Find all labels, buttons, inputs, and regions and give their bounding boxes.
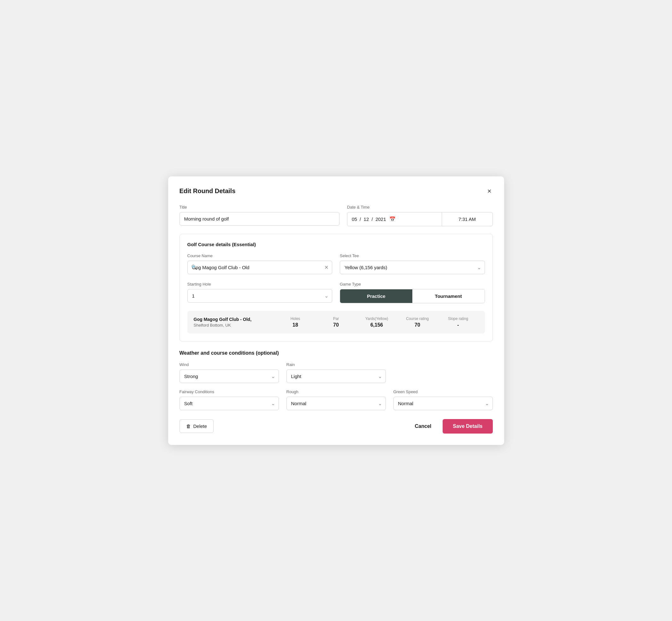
delete-label: Delete (194, 423, 207, 429)
game-type-toggle: Practice Tournament (340, 289, 485, 303)
starting-hole-wrapper: 1 ⌄ (187, 289, 333, 303)
slope-rating-stat: Slope rating - (438, 317, 478, 328)
wind-group: Wind Strong ⌄ (179, 362, 279, 383)
green-speed-dropdown[interactable]: Normal (393, 397, 493, 410)
time-text: 7:31 AM (458, 216, 476, 222)
par-label: Par (333, 317, 339, 321)
rough-label: Rough (287, 389, 386, 394)
footer-right: Cancel Save Details (409, 419, 493, 433)
course-name-wrapper: 🔍 ✕ (187, 261, 333, 274)
modal-title: Edit Round Details (179, 188, 236, 195)
fairway-group: Fairway Conditions Soft ⌄ (179, 389, 279, 410)
trash-icon: 🗑 (186, 423, 191, 429)
green-speed-group: Green Speed Normal ⌄ (393, 389, 493, 410)
starting-hole-label: Starting Hole (187, 282, 333, 287)
starting-hole-group: Starting Hole 1 ⌄ (187, 282, 333, 303)
fairway-dropdown[interactable]: Soft (179, 397, 279, 410)
select-tee-wrapper: Yellow (6,156 yards) ⌄ (340, 261, 485, 274)
yards-value: 6,156 (370, 322, 383, 328)
golf-course-section: Golf Course details (Essential) Course N… (179, 234, 493, 341)
select-tee-group: Select Tee Yellow (6,156 yards) ⌄ (340, 253, 485, 274)
course-info-box: Gog Magog Golf Club - Old, Shelford Bott… (187, 311, 485, 334)
rain-group: Rain Light ⌄ (287, 362, 386, 383)
calendar-icon: 📅 (389, 216, 395, 222)
datetime-group: Date & Time 05 / 12 / 2021 📅 7:31 AM (347, 205, 493, 226)
cancel-button[interactable]: Cancel (409, 420, 437, 433)
rough-wrapper: Normal ⌄ (287, 397, 386, 410)
search-icon: 🔍 (191, 264, 197, 270)
select-tee-label: Select Tee (340, 253, 485, 258)
close-button[interactable]: × (486, 187, 493, 196)
clear-icon[interactable]: ✕ (324, 264, 328, 271)
date-part[interactable]: 05 / 12 / 2021 📅 (347, 212, 442, 226)
course-info-name: Gog Magog Golf Club - Old, (194, 317, 275, 322)
starting-hole-dropdown[interactable]: 1 (187, 289, 333, 303)
course-name-block: Gog Magog Golf Club - Old, Shelford Bott… (194, 317, 275, 328)
rain-dropdown[interactable]: Light (287, 370, 386, 383)
conditions-section: Weather and course conditions (optional)… (179, 350, 493, 410)
holes-label: Holes (291, 317, 300, 321)
course-rating-label: Course rating (406, 317, 429, 321)
tournament-toggle-btn[interactable]: Tournament (412, 289, 485, 303)
yards-stat: Yards(Yellow) 6,156 (356, 317, 397, 328)
fairway-label: Fairway Conditions (179, 389, 279, 394)
slope-rating-value: - (457, 322, 459, 328)
datetime-label: Date & Time (347, 205, 493, 210)
fairway-rough-green-row: Fairway Conditions Soft ⌄ Rough Normal ⌄ (179, 389, 493, 410)
course-name-input[interactable] (187, 261, 333, 274)
title-input[interactable] (179, 212, 340, 225)
delete-button[interactable]: 🗑 Delete (179, 419, 214, 433)
green-speed-label: Green Speed (393, 389, 493, 394)
par-value: 70 (333, 322, 339, 328)
title-group: Title (179, 205, 340, 226)
course-name-group: Course Name 🔍 ✕ (187, 253, 333, 274)
rain-label: Rain (287, 362, 386, 367)
yards-label: Yards(Yellow) (365, 317, 388, 321)
course-tee-row: Course Name 🔍 ✕ Select Tee Yellow (6,156… (187, 253, 485, 274)
fairway-wrapper: Soft ⌄ (179, 397, 279, 410)
slope-rating-label: Slope rating (448, 317, 468, 321)
golf-course-title: Golf Course details (Essential) (187, 242, 485, 247)
wind-label: Wind (179, 362, 279, 367)
course-rating-value: 70 (415, 322, 420, 328)
rough-group: Rough Normal ⌄ (287, 389, 386, 410)
practice-toggle-btn[interactable]: Practice (340, 289, 412, 303)
wind-wrapper: Strong ⌄ (179, 370, 279, 383)
title-datetime-row: Title Date & Time 05 / 12 / 2021 📅 7 (179, 205, 493, 226)
par-stat: Par 70 (316, 317, 356, 328)
game-type-group: Game Type Practice Tournament (340, 282, 485, 303)
game-type-label: Game Type (340, 282, 485, 287)
holes-stat: Holes 18 (275, 317, 316, 328)
date-text: 05 / 12 / 2021 (352, 216, 386, 222)
time-part[interactable]: 7:31 AM (442, 212, 493, 226)
save-button[interactable]: Save Details (443, 419, 493, 433)
title-label: Title (179, 205, 340, 210)
date-time-field: 05 / 12 / 2021 📅 7:31 AM (347, 212, 493, 226)
rough-dropdown[interactable]: Normal (287, 397, 386, 410)
wind-rain-row: Wind Strong ⌄ Rain Light ⌄ (179, 362, 493, 383)
course-info-location: Shelford Bottom, UK (194, 323, 275, 328)
modal-footer: 🗑 Delete Cancel Save Details (179, 419, 493, 433)
wind-dropdown[interactable]: Strong (179, 370, 279, 383)
course-name-label: Course Name (187, 253, 333, 258)
hole-gametype-row: Starting Hole 1 ⌄ Game Type Practice Tou… (187, 282, 485, 303)
course-rating-stat: Course rating 70 (397, 317, 438, 328)
green-speed-wrapper: Normal ⌄ (393, 397, 493, 410)
edit-round-modal: Edit Round Details × Title Date & Time 0… (168, 176, 504, 445)
holes-value: 18 (292, 322, 298, 328)
conditions-title: Weather and course conditions (optional) (179, 350, 493, 356)
modal-header: Edit Round Details × (179, 187, 493, 196)
select-tee-dropdown[interactable]: Yellow (6,156 yards) (340, 261, 485, 274)
rain-wrapper: Light ⌄ (287, 370, 386, 383)
